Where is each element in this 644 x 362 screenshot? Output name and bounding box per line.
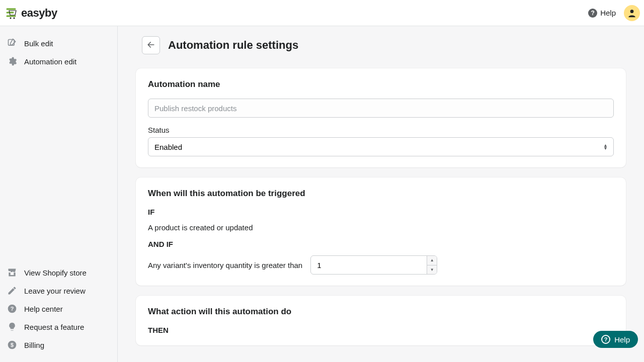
question-circle-icon: ? [601,335,610,344]
topbar: easyby ? Help [0,0,644,26]
sidebar-bottom-nav: View Shopify store Leave your review ? H… [0,263,117,354]
page-title: Automation rule settings [168,39,298,52]
sidebar-item-leave-review[interactable]: Leave your review [0,282,117,300]
quantity-input[interactable] [310,255,437,275]
sidebar: Bulk edit Automation edit View Shopify s… [0,26,118,362]
card-action: What action will this automation do THEN [136,296,626,345]
back-button[interactable] [142,36,160,54]
question-circle-icon: ? [7,304,17,314]
quantity-step-up[interactable]: ▲ [427,256,437,265]
sidebar-item-request-feature[interactable]: Request a feature [0,318,117,336]
automation-name-input[interactable] [148,99,614,118]
dollar-circle-icon: $ [7,340,17,350]
svg-point-0 [10,17,12,19]
sidebar-item-automation-edit[interactable]: Automation edit [0,52,117,70]
help-label: Help [600,9,616,17]
avatar[interactable] [624,5,640,21]
sidebar-top-nav: Bulk edit Automation edit [0,34,117,70]
sidebar-item-bulk-edit[interactable]: Bulk edit [0,34,117,52]
quantity-step-down[interactable]: ▼ [427,265,437,275]
svg-point-2 [630,10,634,13]
sidebar-item-label: Request a feature [24,323,84,331]
edit-square-icon [7,38,17,48]
card-title: Automation name [148,79,614,89]
lightbulb-icon [7,322,17,332]
if-label: IF [148,208,614,216]
sidebar-item-label: Bulk edit [24,39,53,48]
brand-logo[interactable]: easyby [6,7,57,20]
sidebar-item-view-store[interactable]: View Shopify store [0,263,117,282]
chevron-up-icon: ▲ [430,258,434,262]
sidebar-item-help-center[interactable]: ? Help center [0,300,117,318]
arrow-left-icon [146,40,156,51]
if-condition-text: A product is created or updated [148,223,614,232]
pencil-icon [7,286,17,296]
logo-mark-icon [6,7,19,19]
sidebar-item-label: View Shopify store [24,268,87,277]
and-if-condition-text: Any variant's inventory quantity is grea… [148,261,302,269]
question-circle-icon: ? [588,9,597,18]
card-automation-name: Automation name Status Enabled ▲▼ [136,68,626,167]
main-content: Automation rule settings Automation name… [118,26,644,362]
sidebar-item-label: Automation edit [24,57,76,66]
sidebar-item-label: Billing [24,341,44,349]
status-label: Status [148,126,614,134]
brand-name: easyby [21,7,57,20]
sidebar-item-label: Leave your review [24,287,86,295]
svg-text:$: $ [11,342,14,348]
store-icon [7,267,17,278]
card-trigger: When will this automation be triggered I… [136,177,626,286]
and-if-label: AND IF [148,240,614,248]
help-fab[interactable]: ? Help [593,331,638,348]
sidebar-item-label: Help center [24,305,63,313]
then-label: THEN [148,326,614,334]
chevron-down-icon: ▼ [430,267,434,272]
help-link[interactable]: ? Help [588,9,616,18]
svg-point-1 [14,17,15,19]
svg-text:?: ? [11,306,14,312]
card-title: What action will this automation do [148,307,614,317]
card-title: When will this automation be triggered [148,189,614,199]
sidebar-item-billing[interactable]: $ Billing [0,336,117,354]
help-fab-label: Help [614,335,630,344]
status-select[interactable]: Enabled [148,137,614,156]
gear-icon [7,56,17,66]
